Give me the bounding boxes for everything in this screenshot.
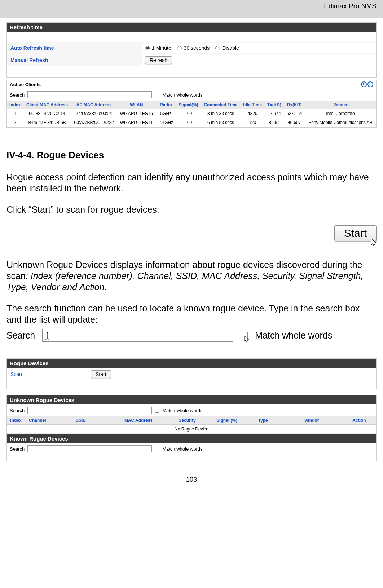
cell-signal: 100 — [176, 109, 201, 118]
paragraph-4: The search function can be used to locat… — [6, 303, 377, 325]
auto-refresh-row: Auto Refresh time 1 Minute 30 seconds Di… — [7, 42, 376, 54]
search-illustration: Search Match whole words — [6, 329, 377, 342]
col-signal: Signal(%) — [176, 101, 201, 109]
paragraph-2: Click “Start” to scan for rogue devices: — [6, 204, 377, 215]
unknown-rogue-title: Unknown Rogue Devices — [7, 395, 376, 404]
page-number: 103 — [0, 461, 383, 491]
cell-tx: 8.554 — [265, 118, 284, 127]
known-rogue-panel: Known Rogue Devices Search Match whole w… — [6, 434, 377, 461]
known-rogue-title: Known Rogue Devices — [7, 434, 376, 443]
manual-refresh-row: Manual Refresh Refresh — [7, 54, 376, 66]
search-label: Search — [10, 408, 25, 413]
col-ssid: SSID — [50, 416, 111, 425]
active-clients-panel: Active Clients ↻ − Search Match whole wo… — [6, 80, 377, 128]
scan-start-button[interactable]: Start — [91, 370, 111, 378]
col-vendor: Vender — [305, 101, 376, 109]
unknown-rogue-table: Index Channel SSID MAC Address Security … — [7, 416, 376, 434]
search-label: Search — [10, 92, 25, 98]
cell-index: 2 — [7, 118, 23, 127]
rogue-devices-panel: Rogue Devices Scan Start — [6, 358, 377, 389]
col-radio: Radio — [156, 101, 176, 109]
col-type: Type — [245, 416, 281, 425]
manual-refresh-label: Manual Refresh — [7, 54, 142, 66]
cursor-icon — [244, 335, 251, 344]
cell-idle: 4320 — [241, 109, 265, 118]
active-clients-table: Index Client MAC Address AP MAC Address … — [7, 101, 376, 127]
cell-index: 1 — [7, 109, 23, 118]
cursor-icon — [370, 238, 378, 247]
cell-radio: 5GHz — [156, 109, 176, 118]
scan-label: Scan — [7, 368, 88, 380]
cell-ap_mac: 74:DA:38:00:00:24 — [71, 109, 117, 118]
table-header-row: Index Channel SSID MAC Address Security … — [7, 416, 376, 425]
cell-wlan: WIZARD_TEST5 — [117, 109, 156, 118]
col-vendor: Vendor — [281, 416, 342, 425]
col-action: Action — [342, 416, 376, 425]
unknown-match-checkbox[interactable] — [155, 408, 159, 413]
cell-connected: 3 min 33 secs — [201, 109, 241, 118]
refresh-time-panel: Refresh time Auto Refresh time 1 Minute … — [6, 22, 377, 78]
cell-client_mac: 6C:88:14:70:C2:14 — [23, 109, 71, 118]
cell-rx: 627.154 — [284, 109, 305, 118]
col-tx: Tx(KB) — [265, 101, 284, 109]
col-signal: Signal (%) — [209, 416, 245, 425]
unknown-match-label: Match whole words — [162, 408, 202, 413]
table-header-row: Index Client MAC Address AP MAC Address … — [7, 101, 376, 109]
active-clients-search-input[interactable] — [27, 91, 152, 98]
table-row: 16C:88:14:70:C2:1474:DA:38:00:00:24WIZAR… — [7, 109, 376, 118]
search-illus-box — [42, 329, 233, 342]
cell-rx: 46.607 — [284, 118, 305, 127]
cell-radio: 2.4GHz — [156, 118, 176, 127]
unknown-rogue-panel: Unknown Rogue Devices Search Match whole… — [6, 395, 377, 434]
known-match-label: Match whole words — [162, 446, 202, 452]
col-client-mac: Client MAC Address — [23, 101, 71, 109]
match-whole-words-label: Match whole words — [162, 92, 202, 98]
paragraph-3: Unknown Rogue Devices displays informati… — [6, 259, 377, 293]
section-heading: IV-4-4. Rogue Devices — [6, 150, 377, 161]
paragraph-3b: : Index (reference number), Channel, SSI… — [6, 271, 363, 292]
refresh-icon[interactable]: ↻ — [361, 81, 367, 87]
col-ap-mac: AP MAC Address — [71, 101, 117, 109]
active-clients-header: Active Clients ↻ − — [7, 80, 376, 89]
auto-refresh-label: Auto Refresh time — [7, 42, 142, 54]
col-index: Index — [7, 101, 23, 109]
start-button-large[interactable]: Start — [334, 225, 377, 241]
unknown-search-input[interactable] — [27, 407, 152, 414]
start-button-illustration: Start — [6, 225, 377, 241]
search-illus-match-label: Match whole words — [255, 330, 332, 341]
rogue-devices-title: Rogue Devices — [7, 359, 376, 368]
unknown-search-row: Search Match whole words — [7, 404, 376, 416]
checkbox-illustration — [241, 332, 248, 339]
search-illus-label: Search — [6, 330, 35, 341]
radio-30-seconds-label: 30 seconds — [184, 45, 210, 51]
col-wlan: WLAN — [117, 101, 156, 109]
col-channel: Channel — [25, 416, 50, 425]
no-rogue-text: No Rogue Device — [7, 425, 376, 434]
radio-1-minute[interactable] — [145, 46, 150, 50]
document-body: IV-4-4. Rogue Devices Rogue access point… — [6, 128, 377, 461]
cell-signal: 100 — [176, 118, 201, 127]
known-match-checkbox[interactable] — [155, 447, 159, 451]
refresh-time-title: Refresh time — [7, 23, 376, 32]
cell-ap_mac: 00:AA:BB:CC:DD:22 — [71, 118, 117, 127]
radio-30-seconds[interactable] — [177, 46, 182, 50]
col-connected: Connected Time — [201, 101, 241, 109]
cell-connected: 6 min 53 secs — [201, 118, 241, 127]
rogue-panels-group: Rogue Devices Scan Start Unknown Rogue D… — [6, 358, 377, 461]
col-security: Security — [166, 416, 209, 425]
cell-idle: 120 — [241, 118, 265, 127]
no-rogue-row: No Rogue Device — [7, 425, 376, 434]
radio-disable[interactable] — [215, 46, 220, 50]
match-whole-words-checkbox[interactable] — [155, 93, 159, 97]
cell-client_mac: B4:52:7E:84:DB:5B — [23, 118, 71, 127]
search-label: Search — [10, 446, 25, 452]
known-search-input[interactable] — [27, 445, 152, 452]
ibeam-cursor-icon — [45, 331, 50, 340]
radio-1-minute-label: 1 Minute — [152, 45, 171, 51]
radio-disable-label: Disable — [222, 45, 239, 51]
refresh-button[interactable]: Refresh — [145, 56, 172, 64]
collapse-icon[interactable]: − — [367, 81, 373, 87]
col-idle: Idle Time — [241, 101, 265, 109]
cell-wlan: WIZARD_TEST1 — [117, 118, 156, 127]
active-clients-search-row: Search Match whole words — [7, 89, 376, 101]
